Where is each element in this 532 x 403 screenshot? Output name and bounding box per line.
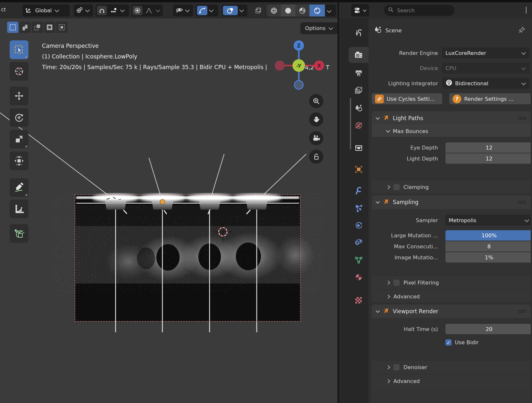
tab-world[interactable] (349, 117, 369, 133)
tab-material[interactable] (349, 269, 369, 285)
tab-collection[interactable] (349, 140, 369, 156)
use-bidir-checkbox[interactable]: ✓ (445, 339, 452, 346)
denoiser-row[interactable]: Denoiser (372, 360, 531, 374)
sampling-header[interactable]: Sampling (372, 195, 531, 209)
tab-scene[interactable] (349, 100, 369, 116)
tool-move[interactable] (10, 87, 28, 105)
image-mutation-field[interactable]: 1% (445, 252, 531, 263)
selected-light-origin[interactable] (160, 200, 165, 204)
search-box[interactable] (384, 5, 454, 16)
visibility-dropdown[interactable] (173, 5, 193, 16)
denoiser-checkbox[interactable] (393, 364, 400, 370)
camera-view-button[interactable] (309, 131, 323, 145)
select-mode-extend-button[interactable] (19, 22, 31, 33)
header-menu-chevron[interactable] (525, 7, 527, 13)
tool-transform[interactable] (10, 151, 28, 170)
transform-orientation-dropdown[interactable]: Global (23, 5, 70, 16)
tab-texture[interactable] (349, 292, 369, 308)
shading-solid-button[interactable] (281, 5, 295, 16)
link-icon (375, 95, 384, 103)
lighting-integrator-dropdown[interactable]: Bidirectional (442, 78, 529, 89)
render-settings-help-button[interactable]: ? Render Settings ... (449, 93, 531, 104)
pin-icon[interactable] (518, 26, 526, 35)
viewport-advanced-row[interactable]: Advanced (372, 374, 531, 388)
select-mode-set-button[interactable] (7, 22, 18, 33)
halt-time-field[interactable]: 20 (445, 324, 531, 334)
tab-object[interactable] (349, 161, 369, 177)
breadcrumb[interactable]: Scene (374, 26, 402, 35)
tab-physics[interactable] (349, 217, 369, 233)
tool-annotate[interactable] (10, 178, 28, 197)
select-mode-invert-button[interactable] (44, 22, 55, 33)
max-consecutive-field[interactable]: 8 (445, 241, 531, 252)
axis-neg-x-ball[interactable] (275, 61, 285, 71)
image-mutation-label: Image Mutatio... (372, 252, 438, 263)
pivot-point-dropdown[interactable] (74, 5, 93, 16)
drag-handle-icon[interactable] (518, 201, 526, 204)
falloff-curve-icon[interactable] (144, 6, 154, 15)
large-mutation-slider[interactable]: 100% (445, 230, 531, 241)
tool-measure[interactable] (10, 200, 28, 218)
shading-wireframe-button[interactable] (267, 5, 281, 16)
lock-view-button[interactable] (309, 150, 323, 164)
tool-scale[interactable] (10, 130, 28, 149)
lighting-integrator-label: Lighting integrator (372, 78, 438, 89)
axis-neg-y-ball[interactable] (293, 59, 305, 72)
show-overlays-toggle[interactable] (223, 6, 238, 15)
clamping-checkbox[interactable] (393, 184, 400, 190)
pixel-filtering-checkbox[interactable] (393, 280, 400, 286)
axis-gizmo[interactable]: X Z -Y (275, 40, 324, 89)
light-paths-header[interactable]: Light Paths (372, 111, 531, 125)
shading-material-button[interactable] (295, 5, 309, 16)
tool-rotate[interactable] (10, 108, 28, 127)
editor-type-button[interactable] (351, 4, 369, 16)
tab-render[interactable] (349, 47, 369, 63)
eye-depth-field[interactable]: 12 (445, 142, 531, 153)
drag-handle-icon[interactable] (518, 117, 526, 120)
max-consecutive-label: Max Consecuti... (372, 241, 438, 252)
question-icon: ? (453, 95, 461, 103)
snap-magnet-toggle[interactable] (97, 6, 107, 15)
lighting-integrator-value: Bidirectional (455, 80, 518, 87)
clamping-row[interactable]: Clamping (372, 180, 531, 193)
select-mode-intersect-button[interactable] (56, 22, 68, 33)
axis-x-ball[interactable] (314, 61, 324, 71)
render-engine-dropdown[interactable]: LuxCoreRender (442, 47, 529, 58)
max-bounces-subheader[interactable]: Max Bounces (372, 125, 531, 137)
tool-select-box[interactable] (10, 40, 28, 59)
camera-border (75, 195, 300, 321)
axis-neg-z-ball[interactable] (295, 81, 303, 89)
viewport-render-header[interactable]: Viewport Render (372, 305, 531, 318)
sampling-title: Sampling (393, 199, 515, 205)
zoom-button[interactable] (309, 94, 323, 108)
sampling-advanced-row[interactable]: Advanced (372, 289, 531, 303)
tab-view-layer[interactable] (349, 82, 369, 98)
overlays-group (222, 5, 247, 16)
light-depth-field[interactable]: 12 (445, 153, 531, 164)
tool-add-cube[interactable] (10, 224, 28, 243)
viewport-3d[interactable]: Camera Perspective (1) Collection | Icos… (0, 2, 338, 403)
xray-toggle[interactable] (252, 5, 264, 16)
shading-rendered-button[interactable] (309, 5, 325, 16)
sampler-dropdown[interactable]: Metropolis (445, 215, 531, 226)
tab-tool[interactable] (349, 25, 369, 41)
proportional-editing-toggle[interactable] (132, 6, 142, 15)
chevron-down-icon (55, 8, 59, 12)
tab-output[interactable] (349, 65, 369, 81)
chevron-down-icon (239, 8, 244, 12)
tab-constraints[interactable] (349, 234, 369, 250)
snap-target-icon[interactable] (108, 6, 119, 15)
drag-handle-icon[interactable] (518, 310, 526, 313)
search-input[interactable] (396, 7, 446, 14)
pan-hand-button[interactable] (309, 112, 323, 127)
tab-modifiers[interactable] (349, 182, 369, 199)
tab-object-data[interactable] (349, 252, 369, 268)
axis-z-ball[interactable] (294, 40, 304, 51)
pixel-filtering-row[interactable]: Pixel Filtering (372, 275, 531, 289)
select-mode-subtract-button[interactable] (32, 22, 43, 33)
tab-particles[interactable] (349, 200, 369, 216)
tool-cursor[interactable] (10, 62, 28, 81)
use-cycles-settings-button[interactable]: Use Cycles Setti... (372, 93, 442, 104)
options-button[interactable]: Options (300, 22, 338, 34)
show-gizmo-toggle[interactable] (197, 6, 207, 15)
